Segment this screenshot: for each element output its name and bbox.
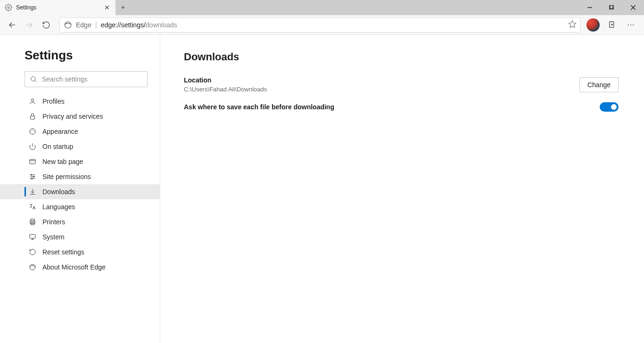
address-separator: | xyxy=(95,21,97,29)
svg-point-23 xyxy=(31,131,32,131)
settings-nav-list: Profiles Privacy and services Appearance… xyxy=(0,94,160,275)
ask-save-row: Ask where to save each file before downl… xyxy=(184,102,619,112)
svg-point-0 xyxy=(8,7,9,8)
location-path: C:\Users\Fahad Ali\Downloads xyxy=(184,86,579,93)
nav-item-system[interactable]: System xyxy=(0,229,160,245)
gear-icon xyxy=(5,4,12,11)
svg-rect-2 xyxy=(609,5,613,9)
address-bar[interactable]: Edge | edge://settings/downloads xyxy=(59,17,581,33)
nav-item-reset[interactable]: Reset settings xyxy=(0,245,160,260)
location-label: Location xyxy=(184,76,579,84)
nav-item-site-permissions[interactable]: Site permissions xyxy=(0,169,160,184)
window-close-button[interactable] xyxy=(622,0,644,15)
printer-icon xyxy=(28,218,37,226)
svg-rect-27 xyxy=(30,159,35,163)
svg-rect-40 xyxy=(30,235,35,238)
settings-search-input[interactable] xyxy=(42,75,142,83)
svg-point-18 xyxy=(31,77,35,81)
tab-title: Settings xyxy=(16,4,103,11)
nav-item-about[interactable]: About Microsoft Edge xyxy=(0,260,160,275)
location-row: Location C:\Users\Fahad Ali\Downloads Ch… xyxy=(184,76,619,93)
svg-point-20 xyxy=(31,99,33,101)
svg-point-43 xyxy=(30,264,35,270)
settings-heading: Settings xyxy=(25,48,148,63)
nav-item-appearance[interactable]: Appearance xyxy=(0,124,160,139)
browser-tab[interactable]: Settings ✕ xyxy=(0,0,116,15)
power-icon xyxy=(28,142,37,151)
svg-marker-9 xyxy=(569,20,576,27)
person-icon xyxy=(28,97,37,106)
svg-rect-21 xyxy=(30,116,34,119)
grid-icon xyxy=(28,157,37,166)
sliders-icon xyxy=(28,172,37,181)
svg-line-19 xyxy=(35,81,36,82)
svg-point-16 xyxy=(630,24,631,25)
svg-point-17 xyxy=(633,24,634,25)
svg-point-15 xyxy=(628,24,629,25)
ask-save-toggle[interactable] xyxy=(600,102,619,112)
nav-item-languages[interactable]: Languages xyxy=(0,199,160,214)
svg-point-25 xyxy=(33,131,34,131)
nav-item-profiles[interactable]: Profiles xyxy=(0,94,160,109)
nav-item-privacy[interactable]: Privacy and services xyxy=(0,109,160,124)
svg-point-8 xyxy=(65,22,71,28)
nav-item-downloads[interactable]: Downloads xyxy=(0,184,160,199)
ask-save-label: Ask where to save each file before downl… xyxy=(184,103,600,111)
menu-button[interactable] xyxy=(621,16,640,33)
settings-search-box[interactable] xyxy=(25,71,148,87)
edge-logo-icon xyxy=(64,21,72,29)
settings-sidebar: Settings Profiles Privacy and services A… xyxy=(0,35,160,343)
svg-point-22 xyxy=(30,129,35,134)
edge-icon xyxy=(28,263,37,271)
paint-icon xyxy=(28,127,37,136)
settings-content: Downloads Location C:\Users\Fahad Ali\Do… xyxy=(160,35,644,343)
change-location-button[interactable]: Change xyxy=(579,77,619,92)
svg-rect-3 xyxy=(610,5,614,9)
nav-item-printers[interactable]: Printers xyxy=(0,214,160,229)
address-url: edge://settings/downloads xyxy=(101,21,177,29)
profile-avatar[interactable] xyxy=(586,18,600,32)
monitor-icon xyxy=(28,233,37,241)
favorite-star-icon[interactable] xyxy=(568,20,577,30)
collections-button[interactable] xyxy=(603,16,621,33)
new-tab-button[interactable]: + xyxy=(116,0,131,15)
browser-toolbar: Edge | edge://settings/downloads xyxy=(0,15,644,35)
reset-icon xyxy=(28,248,37,256)
address-scheme-label: Edge xyxy=(76,21,91,29)
download-icon xyxy=(28,188,37,196)
window-maximize-button[interactable] xyxy=(601,0,622,15)
forward-button[interactable] xyxy=(21,16,38,33)
nav-item-newtab[interactable]: New tab page xyxy=(0,154,160,169)
title-bar: Settings ✕ + xyxy=(0,0,644,15)
refresh-button[interactable] xyxy=(38,16,55,33)
language-icon xyxy=(28,203,37,211)
window-minimize-button[interactable] xyxy=(579,0,601,15)
lock-icon xyxy=(28,112,37,121)
back-button[interactable] xyxy=(4,16,21,33)
svg-rect-37 xyxy=(31,219,34,221)
nav-item-startup[interactable]: On startup xyxy=(0,139,160,154)
search-icon xyxy=(30,75,37,83)
close-tab-icon[interactable]: ✕ xyxy=(103,4,111,11)
svg-point-24 xyxy=(32,130,33,130)
page-title: Downloads xyxy=(184,51,619,63)
